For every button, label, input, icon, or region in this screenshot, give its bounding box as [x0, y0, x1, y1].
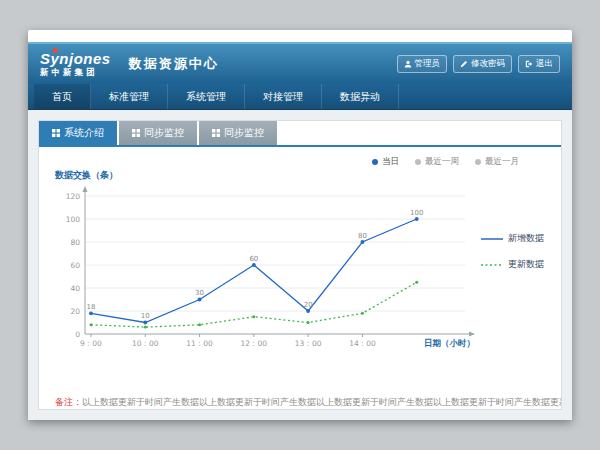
- data-point-label: 60: [249, 255, 258, 263]
- legend-dot-icon: [415, 159, 421, 165]
- series-legend-label: 更新数据: [508, 258, 544, 271]
- user-action-1[interactable]: 修改密码: [453, 55, 512, 73]
- x-tick-label: 12：00: [241, 339, 268, 348]
- y-tick-label: 120: [66, 192, 81, 201]
- x-tick-label: 13：00: [295, 339, 322, 348]
- legend-dot-icon: [475, 159, 481, 165]
- x-tick-label: 9：00: [80, 339, 102, 348]
- grid-icon: [132, 129, 140, 137]
- x-tick-label: 10：00: [132, 339, 159, 348]
- data-point: [252, 315, 255, 318]
- time-filter-label: 最近一月: [485, 156, 519, 168]
- main-panel: 系统介绍同步监控同步监控 当日最近一周最近一月 数据交换（条） 02040608…: [38, 120, 562, 410]
- x-axis-arrow-icon: [469, 332, 475, 337]
- data-point: [90, 323, 93, 326]
- main-nav: 首页标准管理系统管理对接管理数据异动: [28, 84, 572, 110]
- data-point-label: 10: [141, 312, 150, 320]
- chart-row: 0204060801001209：0010：0011：0012：0013：001…: [53, 184, 549, 360]
- data-point: [361, 312, 364, 315]
- data-point: [89, 311, 93, 315]
- footnote: 备注：以上数据更新于时间产生数据以上数据更新于时间产生数据以上数据更新于时间产生…: [39, 386, 561, 409]
- y-tick-label: 100: [66, 215, 81, 224]
- y-tick-label: 20: [70, 307, 80, 316]
- y-axis-arrow-icon: [83, 186, 88, 192]
- content-area: 系统介绍同步监控同步监控 当日最近一周最近一月 数据交换（条） 02040608…: [28, 110, 572, 420]
- data-point-label: 80: [358, 232, 367, 240]
- tab-bar: 系统介绍同步监控同步监控: [39, 121, 561, 147]
- data-point: [415, 217, 419, 221]
- nav-item-1[interactable]: 标准管理: [91, 84, 168, 109]
- series-line-sample-icon: [481, 236, 503, 242]
- time-filter-label: 最近一周: [425, 156, 459, 168]
- data-point-label: 100: [410, 209, 423, 217]
- footnote-prefix: 备注：: [55, 397, 82, 407]
- chart-section: 当日最近一周最近一月 数据交换（条） 0204060801001209：0010…: [39, 147, 561, 386]
- synjones-logo: Synjones 新中新集团: [40, 51, 111, 77]
- footnote-text: 以上数据更新于时间产生数据以上数据更新于时间产生数据以上数据更新于时间产生数据以…: [82, 397, 561, 407]
- data-point: [307, 321, 310, 324]
- user-action-label: 退出: [536, 58, 553, 70]
- nav-item-0[interactable]: 首页: [34, 84, 91, 109]
- data-point: [143, 321, 147, 325]
- data-point-label: 30: [195, 289, 204, 297]
- series-legend-item-0: 新增数据: [481, 232, 544, 245]
- nav-item-4[interactable]: 数据异动: [322, 84, 399, 109]
- data-point: [306, 309, 310, 313]
- legend-dot-icon: [372, 159, 378, 165]
- logout-icon: [525, 60, 533, 68]
- app-window: Synjones 新中新集团 数据资源中心 管理员修改密码退出 首页标准管理系统…: [28, 30, 572, 420]
- app-header: Synjones 新中新集团 数据资源中心 管理员修改密码退出: [28, 42, 572, 84]
- y-tick-label: 60: [70, 261, 80, 270]
- logo-text: Synjones: [40, 51, 111, 66]
- time-filter-1[interactable]: 最近一周: [415, 156, 459, 168]
- time-filter-2[interactable]: 最近一月: [475, 156, 519, 168]
- time-filter-legend: 当日最近一周最近一月: [53, 155, 549, 169]
- data-point-label: 18: [87, 303, 96, 311]
- series-line-sample-icon: [481, 262, 503, 268]
- user-icon: [404, 60, 412, 68]
- edit-password-icon: [460, 60, 468, 68]
- data-point: [198, 323, 201, 326]
- data-point: [252, 263, 256, 267]
- logo-subtext: 新中新集团: [40, 68, 111, 77]
- data-point: [415, 281, 418, 284]
- x-tick-label: 11：00: [186, 339, 213, 348]
- y-tick-label: 40: [70, 284, 80, 293]
- x-axis-title: 日期（小时）: [424, 338, 475, 348]
- time-filter-0[interactable]: 当日: [372, 156, 399, 168]
- tab-label: 同步监控: [224, 126, 264, 140]
- tab-2[interactable]: 同步监控: [199, 121, 277, 145]
- line-series-0: [91, 219, 417, 323]
- user-action-label: 修改密码: [471, 58, 505, 70]
- tab-0[interactable]: 系统介绍: [39, 121, 117, 145]
- series-legend: 新增数据更新数据: [481, 232, 544, 271]
- time-filter-label: 当日: [382, 156, 399, 168]
- data-point-label: 20: [304, 301, 313, 309]
- nav-item-3[interactable]: 对接管理: [245, 84, 322, 109]
- line-chart: 0204060801001209：0010：0011：0012：0013：001…: [53, 184, 477, 360]
- data-point: [198, 298, 202, 302]
- nav-item-2[interactable]: 系统管理: [168, 84, 245, 109]
- tab-label: 系统介绍: [64, 126, 104, 140]
- user-actions: 管理员修改密码退出: [397, 55, 561, 73]
- data-point: [361, 240, 365, 244]
- data-point: [144, 326, 147, 329]
- y-tick-label: 80: [70, 238, 80, 247]
- app-title: 数据资源中心: [129, 55, 219, 73]
- tab-1[interactable]: 同步监控: [119, 121, 197, 145]
- user-action-2[interactable]: 退出: [518, 55, 560, 73]
- tab-label: 同步监控: [144, 126, 184, 140]
- line-series-1: [91, 282, 417, 327]
- series-legend-label: 新增数据: [508, 232, 544, 245]
- user-action-label: 管理员: [415, 58, 441, 70]
- x-tick-label: 14：00: [349, 339, 376, 348]
- user-action-0[interactable]: 管理员: [397, 55, 448, 73]
- y-axis-title: 数据交换（条）: [55, 169, 549, 182]
- series-legend-item-1: 更新数据: [481, 258, 544, 271]
- y-tick-label: 0: [75, 330, 80, 339]
- grid-icon: [52, 129, 60, 137]
- grid-icon: [212, 129, 220, 137]
